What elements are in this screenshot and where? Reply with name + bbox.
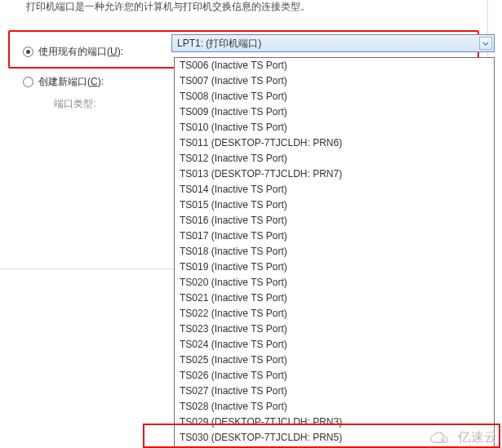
port-dropdown-item[interactable]: TS014 (Inactive TS Port) xyxy=(175,182,494,197)
watermark: 亿速云 xyxy=(425,429,497,446)
port-combo-value: LPT1: (打印机端口) xyxy=(177,37,261,51)
port-dropdown-item[interactable]: TS013 (DESKTOP-7TJCLDH: PRN7) xyxy=(175,166,494,182)
port-dropdown-item[interactable]: TS016 (Inactive TS Port) xyxy=(175,213,494,228)
port-dropdown-item[interactable]: TS021 (Inactive TS Port) xyxy=(175,291,494,306)
port-combo[interactable]: LPT1: (打印机端口) xyxy=(171,34,495,52)
cloud-icon xyxy=(425,430,453,446)
svg-point-0 xyxy=(442,438,444,441)
port-type-label: 端口类型: xyxy=(54,97,96,111)
port-dropdown-item[interactable]: TS028 (Inactive TS Port) xyxy=(175,399,494,415)
port-dropdown-item[interactable]: TS020 (Inactive TS Port) xyxy=(175,275,494,291)
port-dropdown-item[interactable]: TS022 (Inactive TS Port) xyxy=(175,306,494,322)
port-dropdown-item[interactable]: TS007 (Inactive TS Port) xyxy=(175,73,494,89)
port-dropdown-item[interactable]: TS023 (Inactive TS Port) xyxy=(175,322,494,337)
port-dropdown-item[interactable]: TS018 (Inactive TS Port) xyxy=(175,244,494,259)
radio-create-new[interactable] xyxy=(23,77,33,87)
port-description: 打印机端口是一种允许您的计算机与打印机交换信息的连接类型。 xyxy=(0,0,487,20)
watermark-text: 亿速云 xyxy=(458,429,497,446)
port-dropdown-item[interactable]: TS010 (Inactive TS Port) xyxy=(175,120,494,135)
port-dropdown-item[interactable]: TS017 (Inactive TS Port) xyxy=(175,228,494,244)
port-dropdown-item[interactable]: TS011 (DESKTOP-7TJCLDH: PRN6) xyxy=(175,135,494,151)
radio-use-existing[interactable] xyxy=(23,47,33,57)
port-dropdown-item[interactable]: TS024 (Inactive TS Port) xyxy=(175,337,494,353)
port-dropdown-list[interactable]: TS006 (Inactive TS Port)TS007 (Inactive … xyxy=(174,57,495,448)
port-dropdown-item[interactable]: TS027 (Inactive TS Port) xyxy=(175,384,494,399)
port-dropdown-item[interactable]: TS009 (Inactive TS Port) xyxy=(175,104,494,120)
port-dropdown-item[interactable]: TS015 (Inactive TS Port) xyxy=(175,197,494,213)
radio-create-new-label: 创建新端口(C): xyxy=(38,75,104,89)
port-dropdown-item[interactable]: TS019 (Inactive TS Port) xyxy=(175,259,494,275)
port-dropdown-item[interactable]: TS029 (DESKTOP-7TJCLDH: PRN3) xyxy=(175,415,494,430)
port-dropdown-item[interactable]: TS008 (Inactive TS Port) xyxy=(175,89,494,104)
chevron-down-icon[interactable] xyxy=(479,37,492,50)
port-dropdown-item[interactable]: TS025 (Inactive TS Port) xyxy=(175,353,494,368)
port-dropdown-item[interactable]: TS012 (Inactive TS Port) xyxy=(175,151,494,166)
port-dropdown-item[interactable]: TS026 (Inactive TS Port) xyxy=(175,368,494,384)
radio-use-existing-label: 使用现有的端口(U): xyxy=(38,45,123,59)
port-dropdown-item[interactable]: TS006 (Inactive TS Port) xyxy=(175,58,494,73)
